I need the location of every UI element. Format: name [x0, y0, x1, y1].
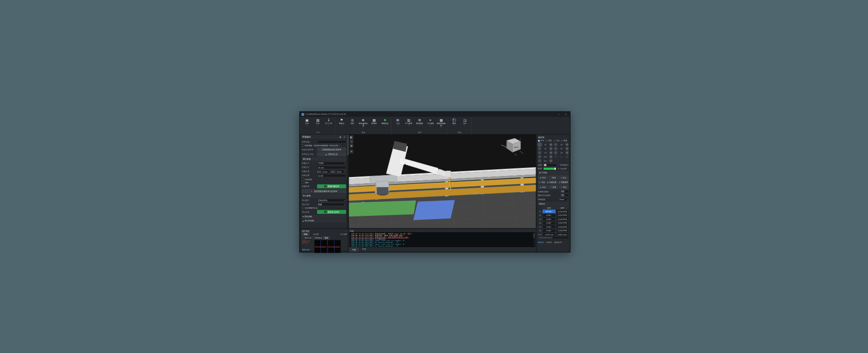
camera-thumbnail[interactable]: NoPointCloudData	[328, 240, 341, 253]
jog-minus-button[interactable]: −	[554, 147, 558, 151]
weld-group-checkbox[interactable]	[302, 144, 304, 147]
jog-minus-button[interactable]: −	[538, 151, 542, 155]
process-button[interactable]: ▶ 连续仿真	[547, 180, 557, 184]
sync-update-track-button[interactable]: ↻ 同步更新焊接轨迹飞行轨迹	[302, 189, 346, 193]
auto-generate-button[interactable]: 识别板材自动生成焊缝	[317, 148, 346, 152]
ribbon-button[interactable]: ◎ 相机 ▾	[348, 118, 358, 132]
zoom-fit-icon[interactable]: ⊕	[349, 144, 354, 148]
right-panel-tab[interactable]: 系统监控	[554, 241, 562, 244]
coordinate-mode-radio[interactable]: 关节	[538, 139, 544, 142]
table-horizontal-scrollbar[interactable]	[538, 237, 569, 239]
jog-minus-button[interactable]: −	[538, 147, 542, 151]
axis-table-row[interactable]: J6 0.000 ° 0.000 RPM	[538, 229, 569, 233]
ribbon-button[interactable]: ↧ 导入工件 ▾	[324, 118, 334, 132]
axis-table-row[interactable]: J3 0.000 ° 0.000 RPM	[538, 218, 569, 221]
ribbon-button[interactable]: ⚙ 通用参数 ▾	[415, 118, 425, 132]
ribbon-button[interactable]: ⚑ 观察点 ▾	[337, 118, 347, 132]
minimize-button[interactable]: —	[557, 113, 561, 116]
robot-icon[interactable]: ◈	[349, 150, 354, 154]
process-button[interactable]: ◉ 视角跟随	[558, 180, 569, 184]
axis-table-row[interactable]: J1 98.736 ° 0.000 RPM	[538, 210, 569, 214]
title-bar[interactable]: CycWeld(Demo Mode) [7.0.110.6] out2.W — …	[300, 112, 570, 117]
jog-plus-button[interactable]: +	[549, 155, 553, 159]
auto-adjust-find-checkbox[interactable]	[302, 207, 304, 209]
axis-table-row[interactable]: J4 0.000 ° 0.000 RPM	[538, 221, 569, 225]
jog-plus-button[interactable]: +	[565, 143, 569, 147]
positioner-params-collapsed[interactable]: ■ 变位机参数	[302, 219, 346, 223]
viewport-3d[interactable]: BACK ◧ ⌂ ⊕ ◈	[349, 134, 536, 229]
ribbon-button[interactable]: ▥ PLC配置 ▾	[404, 118, 414, 132]
ribbon-button[interactable]: ? 帮助 ▾	[449, 118, 459, 132]
weld-position-dropdown[interactable]: 平角焊 ▾	[317, 162, 346, 165]
start-input[interactable]	[322, 170, 330, 173]
confirm-check-icon[interactable]: ✓	[343, 135, 345, 138]
multi-axis-toggle[interactable]	[561, 190, 569, 193]
close-icon[interactable]: ×	[340, 135, 341, 138]
view-button[interactable]: 查看	[323, 236, 330, 239]
ribbon-button[interactable]: ◳ 关于 ▾	[460, 118, 470, 132]
expand-icon[interactable]: ∷	[346, 230, 347, 232]
process-button[interactable]: ▶ 开始	[538, 176, 548, 180]
show-tracking-checkbox[interactable]	[302, 237, 304, 239]
process-button[interactable]: ↩ 返回	[548, 185, 558, 189]
jog-plus-button[interactable]: +	[565, 147, 569, 151]
jog-plus-button[interactable]: +	[565, 151, 569, 155]
axis-table-row[interactable]: J2 0.000 ° 0.000 RPM	[538, 214, 569, 217]
camera-tab[interactable]: 点云图	[311, 233, 321, 236]
ribbon-button[interactable]: ≡ 工艺参数 ▾	[425, 118, 435, 132]
weave-params-collapsed[interactable]: ■ 摆焊参数	[302, 215, 346, 219]
jog-minus-button[interactable]: −	[538, 143, 542, 147]
process-button[interactable]: ■ 停止	[559, 176, 569, 180]
ribbon-button[interactable]: ▩ 高级焊接参数 ▾	[436, 118, 446, 132]
find-mode-dropdown[interactable]: 起始点寻位 ▾	[317, 199, 346, 202]
axis-table-row[interactable]: G.X -3.525 mm 0.000 mm/s	[538, 233, 569, 237]
coordinate-mode-radio[interactable]: 世界	[546, 139, 552, 142]
detect-region-checkbox[interactable]	[312, 237, 315, 239]
jog-plus-button[interactable]: +	[549, 151, 553, 155]
process-button[interactable]: ≫ 单步	[538, 180, 546, 184]
jog-minus-button[interactable]: −	[538, 155, 542, 159]
right-panel-tab[interactable]: 轴监控	[538, 241, 544, 244]
right-panel-tab[interactable]: IO监控	[546, 241, 552, 244]
log-tab[interactable]: 日志	[350, 248, 359, 252]
backoff-select[interactable]: 10mm ▴▾	[558, 198, 569, 201]
ribbon-button[interactable]: ⊕ 焊枪偏移设置 ▾	[359, 118, 368, 132]
jog-settings-link[interactable]: ⚙ 点动设置	[558, 167, 566, 170]
jog-plus-button[interactable]: +	[549, 147, 553, 151]
ribbon-button[interactable]: ▣ 文件 ▾	[302, 118, 312, 132]
swap-endpoints-button[interactable]: ⇄ 交换起止点	[317, 153, 346, 157]
jog-minus-button[interactable]: −	[554, 155, 558, 159]
jog-plus-button[interactable]: +	[549, 143, 553, 147]
camera-3d-settings-tab[interactable]: 3D-设置	[340, 233, 347, 236]
jog-minus-button[interactable]: −	[538, 159, 542, 163]
weld-name-input[interactable]	[317, 140, 346, 143]
3d-scene[interactable]: BACK	[349, 135, 536, 229]
ribbon-button[interactable]: ⊞ 工具 ▾	[393, 118, 403, 132]
coordinate-mode-radio[interactable]: 工具	[553, 139, 560, 142]
axis-table-row[interactable]: J5 0.000 ° 0.000 RPM	[538, 225, 569, 229]
axis-mode-text[interactable]: ⋯ 通用轴模式	[558, 164, 569, 166]
home-view-icon[interactable]: ⌂	[349, 140, 354, 144]
coordinate-mode-radio[interactable]: 基座	[561, 139, 567, 142]
log-tab[interactable]: 变量	[360, 248, 368, 252]
end-input[interactable]	[336, 170, 344, 173]
ribbon-button[interactable]: ▨ 打开 ▾	[313, 118, 323, 132]
log-area[interactable]: [09/18 16:42:32][CAT] 更新焊接参数: 平角焊 25mm 1…	[350, 233, 535, 247]
process-button[interactable]: ◉ 记录	[538, 185, 548, 189]
camera-tab[interactable]: 视图	[302, 233, 310, 236]
weld-size-input[interactable]	[317, 166, 346, 169]
ribbon-button[interactable]: ● 视图状态 ▾	[380, 118, 390, 132]
jog-minus-button[interactable]: −	[554, 151, 558, 155]
auto-avoid-checkbox[interactable]	[302, 178, 304, 181]
camera-thumbnail[interactable]: NoPointCloudData	[314, 240, 327, 253]
speed-slider[interactable]	[543, 167, 557, 170]
reconnect-link[interactable]: 重新连接	[302, 248, 310, 251]
ribbon-button[interactable]: ▦ 焊缝库 ▾	[369, 118, 379, 132]
maximize-button[interactable]: ▢	[563, 113, 568, 116]
process-button[interactable]: ‖ 暂停	[548, 176, 558, 180]
sim-run-toggle[interactable]	[561, 194, 569, 197]
update-find-track-button[interactable]: ↻ 更新寻位轨迹	[317, 210, 346, 214]
jog-plus-button[interactable]: +	[565, 155, 569, 159]
find-direction-dropdown[interactable]: 两侧 ▾	[317, 203, 346, 206]
jog-minus-button[interactable]: −	[554, 143, 558, 147]
